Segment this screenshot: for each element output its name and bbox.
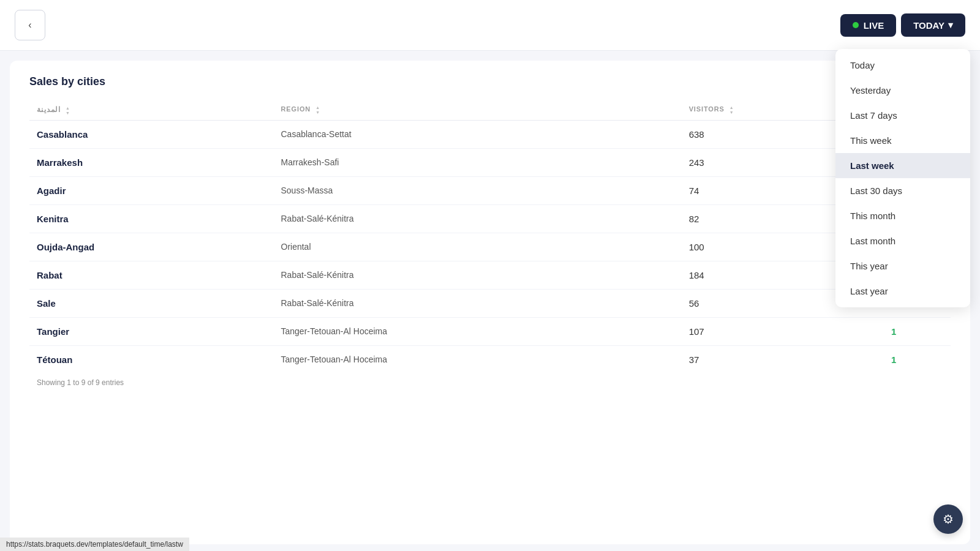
table-row: Oujda-Angad Oriental 100 1 [29,233,951,261]
gear-button[interactable]: ⚙ [933,504,963,534]
city-cell: Marrakesh [29,148,274,176]
table-row: Tétouan Tanger-Tetouan-Al Hoceima 37 1 [29,345,951,373]
sort-arrows-region[interactable]: ▲ ▼ [315,105,320,114]
region-cell: Rabat-Salé-Kénitra [274,261,682,289]
region-cell: Oriental [274,233,682,261]
table-body: Casablanca Casablanca-Settat 638 Marrake… [29,120,951,373]
rank-cell: 1 [884,345,951,373]
dropdown-item-yesterday[interactable]: Yesterday [835,78,970,103]
visitors-cell: 37 [682,345,884,373]
region-cell: Rabat-Salé-Kénitra [274,204,682,233]
region-cell: Tanger-Tetouan-Al Hoceima [274,317,682,345]
region-cell: Souss-Massa [274,176,682,204]
dropdown-item-this-week[interactable]: This week [835,128,970,153]
visitors-cell: 107 [682,317,884,345]
page-title: Sales by cities [29,75,951,88]
region-cell: Casablanca-Settat [274,120,682,148]
city-cell: Rabat [29,261,274,289]
table-row: Tangier Tanger-Tetouan-Al Hoceima 107 1 [29,317,951,345]
url-bar: https://stats.braquets.dev/templates/def… [0,538,189,551]
table-row: Rabat Rabat-Salé-Kénitra 184 1 [29,261,951,289]
today-label: TODAY [913,20,944,31]
topbar-actions: LIVE TODAY ▾ [840,13,965,37]
today-button[interactable]: TODAY ▾ [901,13,965,37]
city-cell: Tétouan [29,345,274,373]
dropdown-item-today[interactable]: Today [835,53,970,78]
table-row: Marrakesh Marrakesh-Safi 243 [29,148,951,176]
city-cell: Kenitra [29,204,274,233]
dropdown-item-last-month[interactable]: Last month [835,228,970,253]
main-content: Sales by cities المدينة ▲ ▼ REGION ▲ [10,61,970,544]
sort-arrows-visitors[interactable]: ▲ ▼ [729,105,734,114]
table-row: Sale Rabat-Salé-Kénitra 56 1 [29,289,951,317]
table-row: Kenitra Rabat-Salé-Kénitra 82 [29,204,951,233]
live-button[interactable]: LIVE [840,14,896,37]
region-cell: Marrakesh-Safi [274,148,682,176]
rank-cell: 1 [884,317,951,345]
dropdown-item-last-7-days[interactable]: Last 7 days [835,103,970,128]
cities-table: المدينة ▲ ▼ REGION ▲ ▼ V [29,100,951,373]
region-cell: Tanger-Tetouan-Al Hoceima [274,345,682,373]
table-row: Casablanca Casablanca-Settat 638 [29,120,951,148]
time-period-dropdown: TodayYesterdayLast 7 daysThis weekLast w… [835,49,970,307]
col-header-city: المدينة ▲ ▼ [29,100,274,120]
dropdown-item-last-year[interactable]: Last year [835,279,970,304]
city-cell: Sale [29,289,274,317]
city-cell: Agadir [29,176,274,204]
gear-icon: ⚙ [943,512,954,527]
dropdown-item-this-year[interactable]: This year [835,253,970,279]
table-status: Showing 1 to 9 of 9 entries [29,378,951,387]
city-cell: Tangier [29,317,274,345]
dropdown-arrow-icon: ▾ [948,20,953,31]
topbar: ‹ LIVE TODAY ▾ [0,0,980,51]
table-header-row: المدينة ▲ ▼ REGION ▲ ▼ V [29,100,951,120]
live-label: LIVE [864,20,884,31]
dropdown-item-this-month[interactable]: This month [835,203,970,228]
chevron-left-icon: ‹ [28,20,31,31]
city-cell: Oujda-Angad [29,233,274,261]
table-row: Agadir Souss-Massa 74 [29,176,951,204]
city-col-label: المدينة [37,105,61,114]
sort-arrows-city[interactable]: ▲ ▼ [66,106,70,115]
region-cell: Rabat-Salé-Kénitra [274,289,682,317]
dropdown-item-last-week[interactable]: Last week [835,153,970,178]
col-header-region: REGION ▲ ▼ [274,100,682,120]
live-indicator-dot [853,22,859,28]
dropdown-item-last-30-days[interactable]: Last 30 days [835,178,970,203]
cities-table-wrap: المدينة ▲ ▼ REGION ▲ ▼ V [29,100,951,387]
city-cell: Casablanca [29,120,274,148]
back-button[interactable]: ‹ [15,10,45,40]
